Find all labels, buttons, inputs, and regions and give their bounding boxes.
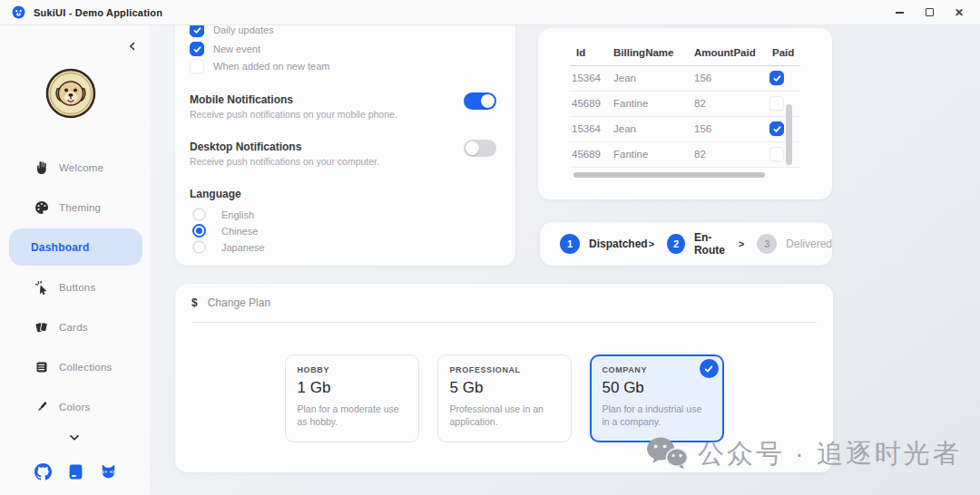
cards-icon [34, 320, 49, 335]
minimize-icon [896, 12, 904, 14]
sidebar-nav: Welcome Theming Dashboard Buttons [0, 148, 150, 427]
cell-id: 45689 [572, 149, 601, 160]
check-icon [192, 25, 202, 35]
checkbox-daily-updates[interactable]: Daily updates [190, 25, 274, 37]
plan-desc: Professional use in an application. [450, 403, 559, 428]
checkbox [190, 59, 204, 73]
plan-option-professional[interactable]: PROFESSIONAL 5 Gb Professional use in an… [437, 354, 572, 442]
checkbox-added-new-team[interactable]: When added on new team [190, 59, 329, 73]
check-icon [772, 124, 782, 134]
sidebar-item-collections[interactable]: Collections [0, 347, 150, 387]
selected-check-badge [700, 359, 719, 378]
maximize-button[interactable] [923, 6, 936, 19]
column-header-id: Id [576, 47, 585, 58]
github-icon [34, 463, 52, 480]
change-plan-card: $ Change Plan HOBBY 1 Gb Plan for a mode… [175, 284, 833, 472]
community-link[interactable] [100, 463, 117, 480]
step-arrow-icon: > [739, 238, 744, 249]
step-arrow-icon: > [649, 238, 654, 249]
plan-option-hobby[interactable]: HOBBY 1 Gb Plan for a moderate use as ho… [285, 354, 419, 442]
radio-chinese[interactable]: Chinese [192, 224, 258, 238]
github-link[interactable] [34, 463, 52, 480]
vertical-scrollbar[interactable] [786, 104, 792, 165]
sidebar-item-dashboard[interactable]: Dashboard [9, 228, 142, 266]
horizontal-scrollbar[interactable] [573, 172, 765, 178]
plan-option-company[interactable]: COMPANY 50 Gb Plan for a industrial use … [590, 354, 724, 442]
paid-checkbox[interactable] [769, 121, 784, 136]
check-icon [772, 73, 782, 83]
cell-billing-name: Fantine [613, 98, 648, 109]
step-label: En-Route [694, 231, 738, 257]
toggle-knob [481, 94, 495, 108]
docs-link[interactable] [67, 463, 84, 480]
hand-wave-icon [34, 160, 49, 175]
cursor-click-icon [34, 280, 49, 295]
app-logo-icon [12, 5, 25, 19]
sidebar-item-theming[interactable]: Theming [0, 188, 150, 228]
checkbox-label: When added on new team [213, 61, 329, 72]
check-icon [703, 364, 714, 374]
checkbox-label: Daily updates [213, 25, 274, 35]
column-header-amountpaid: AmountPaid [694, 47, 756, 58]
close-icon: ✕ [955, 7, 964, 18]
radio [192, 224, 206, 238]
plan-tier: COMPANY [603, 365, 711, 374]
sidebar-item-buttons[interactable]: Buttons [0, 267, 150, 307]
sidebar-item-colors[interactable]: Colors [0, 387, 150, 427]
radio-english[interactable]: English [192, 208, 254, 221]
sidebar-item-label: Colors [59, 402, 90, 412]
paid-checkbox[interactable] [769, 147, 784, 161]
sidebar-collapse-button[interactable] [124, 38, 141, 54]
cell-id: 15364 [572, 73, 601, 83]
cell-amount-paid: 82 [694, 149, 706, 160]
avatar [45, 68, 96, 119]
sidebar-item-label: Buttons [59, 282, 95, 293]
chevron-left-icon [127, 41, 138, 52]
cell-billing-name: Jean [613, 123, 636, 134]
step-number: 2 [667, 234, 685, 254]
toggle-knob [466, 141, 479, 155]
cat-icon [100, 463, 117, 480]
app-window: SukiUI - Demo Application ✕ [0, 0, 980, 495]
close-button[interactable]: ✕ [953, 6, 965, 19]
book-icon [67, 463, 84, 480]
column-header-paid: Paid [772, 47, 794, 58]
checkbox-new-event[interactable]: New event [190, 42, 260, 56]
row-separator [570, 167, 800, 168]
cell-amount-paid: 82 [694, 98, 706, 109]
dollar-icon: $ [191, 296, 198, 309]
order-stepper-card: 1 Dispatched > 2 En-Route > 3 Delivered [540, 222, 832, 266]
chevron-down-icon [68, 432, 81, 444]
step-number: 3 [757, 234, 777, 254]
sidebar-item-cards[interactable]: Cards [0, 307, 150, 347]
window-controls: ✕ [893, 6, 965, 19]
plan-desc: Plan for a moderate use as hobby. [298, 403, 407, 428]
sidebar-more-button[interactable] [64, 430, 85, 446]
paid-checkbox[interactable] [769, 71, 784, 85]
radio-japanese[interactable]: Japanese [192, 240, 265, 254]
sidebar-footer [34, 463, 117, 480]
sidebar-item-label: Dashboard [31, 241, 89, 254]
plan-size: 50 Gb [603, 379, 711, 397]
minimize-button[interactable] [893, 6, 906, 19]
step-number: 1 [560, 234, 580, 254]
desktop-notifications-toggle[interactable] [464, 140, 496, 157]
sidebar-item-label: Theming [59, 202, 101, 213]
step-delivered[interactable]: 3 Delivered [757, 234, 832, 254]
sidebar-item-label: Collections [59, 362, 112, 373]
invoices-table-card: Id BillingName AmountPaid Paid 15364 Jea… [538, 28, 832, 199]
step-dispatched[interactable]: 1 Dispatched > [560, 234, 667, 254]
mobile-notifications-toggle[interactable] [464, 92, 496, 110]
step-en-route[interactable]: 2 En-Route > [667, 231, 757, 257]
language-label: Language [190, 188, 241, 200]
titlebar: SukiUI - Demo Application ✕ [0, 0, 980, 25]
sidebar-item-welcome[interactable]: Welcome [0, 148, 150, 188]
row-separator [570, 116, 800, 117]
main-content: Daily updates New event When added on ne… [150, 25, 980, 495]
radio [192, 240, 206, 254]
radio [192, 208, 206, 221]
table-header-divider [570, 65, 800, 66]
row-separator [570, 141, 800, 142]
maximize-icon [926, 8, 934, 16]
paid-checkbox[interactable] [769, 96, 784, 111]
